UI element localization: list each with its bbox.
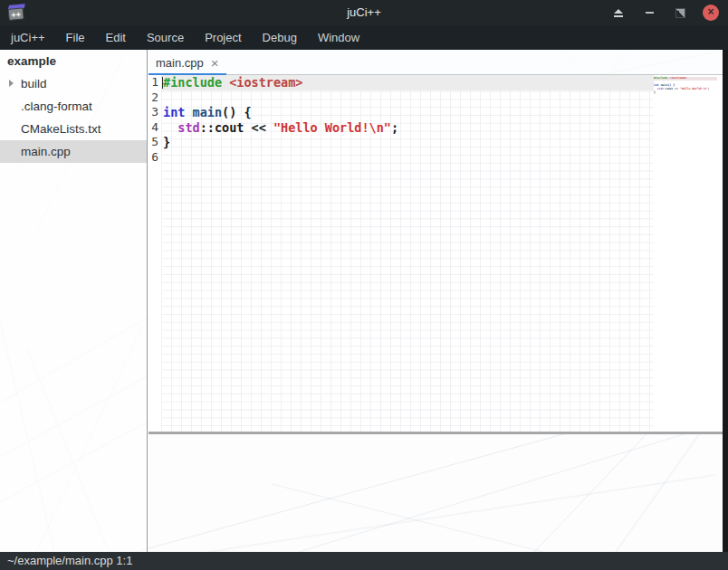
output-pane[interactable] <box>148 434 728 552</box>
close-button[interactable]: × <box>703 5 719 21</box>
source-minimap[interactable]: #include <iostream>int main() { std::cou… <box>654 77 717 98</box>
tab-label: main.cpp <box>156 56 204 70</box>
shade-icon-bar <box>614 15 623 17</box>
scrollbar-trough <box>723 50 728 552</box>
minimap-line-4: std::cout << "Hello World!\n"; <box>654 88 717 91</box>
code-token: int <box>163 105 185 119</box>
juci-window: ++ juCi++ × juCi++FileEditSourceProjectD… <box>0 0 728 570</box>
body: example build.clang-formatCMakeLists.txt… <box>0 50 728 552</box>
code-token: << <box>244 120 273 135</box>
shade-button[interactable] <box>610 5 627 21</box>
tabbar: main.cpp × <box>148 50 728 75</box>
line-number: 6 <box>148 150 158 166</box>
code-token: ; <box>708 87 710 90</box>
minimap-line-6 <box>654 94 717 98</box>
code-token: () { <box>222 105 252 119</box>
code-token: <iostream> <box>229 75 302 90</box>
menu-source[interactable]: Source <box>143 31 187 44</box>
line-number: 3 <box>148 105 158 120</box>
window-controls: × <box>610 0 719 25</box>
file-tree: build.clang-formatCMakeLists.txtmain.cpp <box>0 72 147 163</box>
titlebar: ++ juCi++ × <box>0 0 728 25</box>
menu-juci[interactable]: juCi++ <box>7 31 49 44</box>
tree-item-label: .clang-format <box>21 100 92 113</box>
tree-item-label: CMakeLists.txt <box>21 122 101 136</box>
minimize-button[interactable] <box>641 5 657 21</box>
tree-root-example[interactable]: example <box>0 50 147 72</box>
code-token: <iostream> <box>669 76 686 80</box>
code-editor[interactable]: 123456 #include <iostream>int main() { s… <box>148 75 728 432</box>
code-token <box>163 120 177 135</box>
tree-item-label: main.cpp <box>21 145 71 158</box>
line-number: 5 <box>148 135 158 150</box>
menu-file[interactable]: File <box>62 31 89 44</box>
code-line-3: int main() { <box>161 105 654 120</box>
code-line-1: #include <iostream> <box>161 75 654 90</box>
line-number-gutter: 123456 <box>148 75 161 432</box>
menu-project[interactable]: Project <box>201 31 244 44</box>
code-token: ; <box>391 120 398 135</box>
tree-item-main-cpp[interactable]: main.cpp <box>0 140 147 163</box>
code-area[interactable]: #include <iostream>int main() { std::cou… <box>161 75 654 432</box>
menu-window[interactable]: Window <box>314 31 363 44</box>
code-token: #include <box>163 75 222 90</box>
code-token: << <box>673 87 680 90</box>
tree-item-CMakeLists-txt[interactable]: CMakeLists.txt <box>0 118 147 140</box>
code-token: #include <box>654 76 667 80</box>
line-number: 2 <box>148 90 158 106</box>
shade-icon <box>614 9 623 14</box>
text-cursor <box>162 77 163 89</box>
menubar: juCi++FileEditSourceProjectDebugWindow <box>0 25 728 50</box>
code-line-2 <box>161 90 654 106</box>
code-line-6 <box>161 150 654 166</box>
tab-main-cpp[interactable]: main.cpp × <box>148 50 226 75</box>
code-token: :: <box>200 120 215 135</box>
code-token: std <box>177 120 199 135</box>
menu-debug[interactable]: Debug <box>259 31 301 44</box>
code-token: "Hello World!\n" <box>680 87 708 90</box>
code-token: } <box>654 90 656 94</box>
expander-icon[interactable] <box>9 80 14 87</box>
code-token: cout <box>666 87 673 90</box>
statusbar: ~/example/main.cpp 1:1 <box>0 552 728 570</box>
minimize-icon <box>646 12 654 14</box>
code-token <box>222 75 229 90</box>
status-file-position: ~/example/main.cpp 1:1 <box>7 554 132 567</box>
sidebar: example build.clang-formatCMakeLists.txt… <box>0 50 148 552</box>
menu-edit[interactable]: Edit <box>102 31 129 44</box>
main-pane: main.cpp × 123456 #include <iostream>int… <box>148 50 728 552</box>
tab-close-icon[interactable]: × <box>211 56 219 70</box>
code-line-5: } <box>161 135 654 150</box>
maximize-button[interactable] <box>672 5 688 21</box>
code-token: cout <box>215 120 244 135</box>
maximize-icon <box>675 8 685 18</box>
code-line-4: std::cout << "Hello World!\n"; <box>161 120 654 136</box>
code-token: } <box>163 135 170 149</box>
tree-item-build[interactable]: build <box>0 72 147 95</box>
code-token <box>185 105 192 119</box>
tree-item-clang-format[interactable]: .clang-format <box>0 95 147 118</box>
code-token: "Hello World!\n" <box>273 120 391 135</box>
line-number: 4 <box>148 120 158 136</box>
code-token: main <box>193 105 223 119</box>
tree-item-label: build <box>21 77 47 90</box>
line-number: 1 <box>148 75 158 90</box>
